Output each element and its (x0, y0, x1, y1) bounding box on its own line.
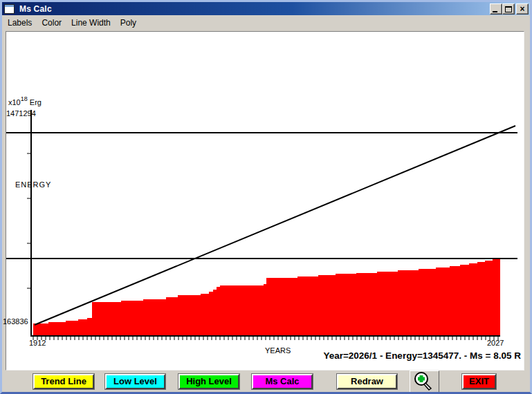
chart-area[interactable]: x1018 Erg 1471294 ENERGY 163836 1912 202… (6, 31, 524, 370)
title-bar[interactable]: Ms Calc × (2, 2, 530, 15)
menu-item-labels[interactable]: Labels (4, 17, 35, 29)
y-axis-min-value: 163836 (3, 317, 28, 326)
exit-button[interactable]: EXIT (462, 374, 496, 389)
y-axis-title: ENERGY (15, 179, 24, 190)
menu-item-line-width[interactable]: Line Width (68, 17, 114, 29)
maximize-button[interactable] (502, 3, 515, 15)
low-level-button[interactable]: Low Level (105, 374, 165, 389)
app-icon (4, 4, 15, 14)
ms-calc-button[interactable]: Ms Calc (252, 374, 313, 389)
energy-chart-canvas[interactable] (6, 32, 524, 370)
menu-bar: Labels Color Line Width Poly (2, 15, 530, 30)
app-window: Ms Calc × Labels Color Line Width Poly x… (0, 0, 532, 394)
window-controls: × (490, 3, 529, 15)
status-readout: Year=2026/1 - Energy=1345477. - Ms = 8.0… (323, 350, 521, 361)
y-axis-max-value: 1471294 (6, 109, 36, 118)
minimize-button[interactable] (490, 3, 502, 15)
menu-item-color[interactable]: Color (38, 17, 65, 29)
redraw-button[interactable]: Redraw (337, 374, 397, 389)
menu-item-poly[interactable]: Poly (117, 17, 140, 29)
x-axis-end-year: 2027 (487, 339, 504, 347)
close-button[interactable]: × (516, 3, 529, 15)
x-axis-title: YEARS (265, 346, 291, 355)
zoom-tool-button[interactable] (410, 370, 439, 392)
window-title: Ms Calc (19, 4, 52, 14)
x-axis-start-year: 1912 (29, 339, 46, 347)
high-level-button[interactable]: High Level (178, 374, 239, 389)
magnifier-plus-icon (410, 371, 437, 391)
trend-line-button[interactable]: Trend Line (33, 374, 94, 389)
y-axis-unit-label: x1018 Erg (8, 96, 42, 106)
